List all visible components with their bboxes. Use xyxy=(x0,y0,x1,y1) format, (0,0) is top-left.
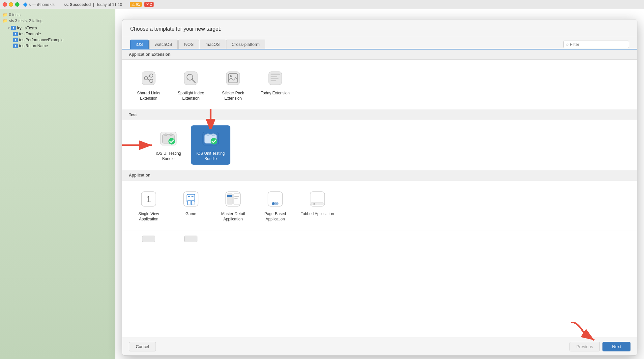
template-game[interactable]: Game xyxy=(171,186,211,225)
template-tabbed[interactable]: ★ ··· ··· Tabbed Application xyxy=(298,186,337,225)
sidebar-test-label: testPerformanceExample xyxy=(19,38,64,42)
template-icon-partial xyxy=(142,236,155,242)
template-partial-1[interactable] xyxy=(129,232,168,244)
template-label: Page-Based Application xyxy=(258,212,292,222)
sidebar-item-tests-0[interactable]: 📁 0 tests xyxy=(0,12,115,18)
dialog-content: Application Extension Shared Links xyxy=(122,49,637,338)
tab-tvos[interactable]: tvOS xyxy=(178,40,199,49)
template-partial-2[interactable] xyxy=(171,232,211,244)
template-ios-unit-testing[interactable]: iOS Unit Testing Bundle xyxy=(191,125,230,165)
svg-point-11 xyxy=(230,75,232,77)
template-label: Shared Links Extension xyxy=(132,91,166,101)
template-page-based[interactable]: Page-Based Application xyxy=(255,186,295,225)
maximize-button[interactable] xyxy=(15,2,19,7)
template-icon xyxy=(201,129,220,148)
svg-point-29 xyxy=(212,134,215,136)
t-icon: t xyxy=(11,26,16,30)
svg-rect-43 xyxy=(234,194,240,204)
svg-rect-14 xyxy=(271,76,277,77)
sidebar-label: 0 tests xyxy=(9,13,20,17)
main-area: Choose a template for your new target: i… xyxy=(115,9,644,359)
sidebar: 📁 0 tests 📁 sts 3 tests, 2 failing ▾ t k… xyxy=(0,9,115,359)
svg-point-50 xyxy=(276,202,278,205)
template-icon xyxy=(181,189,201,209)
template-sticker-pack[interactable]: Sticker Pack Extension xyxy=(213,65,253,104)
sidebar-item-test-1[interactable]: t testExample xyxy=(0,31,115,37)
svg-text:★: ★ xyxy=(313,203,315,205)
svg-point-28 xyxy=(206,134,210,136)
template-label: Sticker Pack Extension xyxy=(216,91,250,101)
more-templates-grid xyxy=(122,231,637,244)
template-spotlight[interactable]: Spotlight Index Extension xyxy=(171,65,211,104)
template-icon xyxy=(159,129,178,148)
template-label: Today Extension xyxy=(261,91,290,96)
test-grid: iOS UI Testing Bundle xyxy=(122,120,637,170)
template-shared-links[interactable]: Shared Links Extension xyxy=(129,65,168,104)
svg-rect-46 xyxy=(234,198,238,199)
section-header-application: Application xyxy=(122,170,637,180)
svg-text:···: ··· xyxy=(316,203,318,205)
template-label: Tabbed Application xyxy=(301,212,334,217)
sidebar-item-tests-1[interactable]: 📁 sts 3 tests, 2 failing xyxy=(0,18,115,24)
app-extension-grid: Shared Links Extension Spotlight Index E… xyxy=(122,60,637,110)
tab-watchos[interactable]: watchOS xyxy=(149,40,178,49)
red-arrow-down xyxy=(202,109,219,129)
template-ios-unit-testing-wrap: iOS Unit Testing Bundle xyxy=(191,125,230,165)
template-today-extension[interactable]: Today Extension xyxy=(255,65,295,104)
svg-rect-35 xyxy=(188,196,190,197)
template-icon xyxy=(223,189,243,209)
svg-rect-13 xyxy=(271,74,280,75)
sidebar-test-label: testExample xyxy=(19,32,41,36)
template-icon xyxy=(265,189,285,209)
filter-input[interactable] xyxy=(570,42,626,47)
template-ios-ui-testing[interactable]: iOS UI Testing Bundle xyxy=(149,125,188,165)
svg-rect-44 xyxy=(227,195,232,197)
close-button[interactable] xyxy=(3,2,7,7)
button-group: Previous Next xyxy=(570,342,630,351)
error-badge: ✕ 2 xyxy=(144,2,154,7)
template-icon-partial xyxy=(184,236,197,242)
svg-rect-16 xyxy=(271,80,276,81)
template-icon xyxy=(181,68,201,88)
sidebar-test-label: testReturnName xyxy=(19,44,48,48)
template-icon: 1 xyxy=(139,189,159,209)
sidebar-item-test-2[interactable]: t testPerformanceExample xyxy=(0,37,115,43)
sidebar-item-test-3[interactable]: t testReturnName xyxy=(0,43,115,49)
template-label: Single View Application xyxy=(132,212,166,222)
folder-icon: 📁 xyxy=(3,13,8,17)
sidebar-group-label: ky...sTests xyxy=(17,26,37,30)
template-label: iOS Unit Testing Bundle xyxy=(193,151,228,161)
svg-point-22 xyxy=(169,134,173,136)
section-header-app-extension: Application Extension xyxy=(122,49,637,60)
template-dialog: Choose a template for your new target: i… xyxy=(122,19,637,356)
section-header-test: Test xyxy=(122,110,637,120)
cancel-button[interactable]: Cancel xyxy=(129,342,156,351)
template-label: iOS UI Testing Bundle xyxy=(151,151,186,161)
tab-bar: iOS watchOS tvOS macOS Cross-platform ⌕ xyxy=(122,36,637,49)
sidebar-item-group[interactable]: ▾ t ky...sTests xyxy=(0,25,115,31)
template-single-view[interactable]: 1 Single View Application xyxy=(129,186,168,225)
tab-macos[interactable]: macOS xyxy=(200,40,225,49)
dialog-header: Choose a template for your new target: xyxy=(122,19,637,36)
folder-icon: 📁 xyxy=(3,18,8,23)
template-icon xyxy=(139,68,159,88)
template-icon xyxy=(265,68,285,88)
red-arrow-next xyxy=(571,322,604,345)
filter-input-wrap: ⌕ xyxy=(563,41,629,48)
tab-ios[interactable]: iOS xyxy=(130,40,149,49)
minimize-button[interactable] xyxy=(9,2,13,7)
next-button[interactable]: Next xyxy=(602,342,630,351)
svg-point-21 xyxy=(164,134,167,136)
svg-rect-15 xyxy=(271,78,278,79)
warning-badge: ⚠ 61 xyxy=(130,2,141,7)
template-master-detail[interactable]: Master-Detail Application xyxy=(213,186,253,225)
chevron-down-icon: ▾ xyxy=(8,26,10,30)
next-button-wrap: Next xyxy=(602,342,630,351)
dialog-footer: Cancel Previous Next xyxy=(122,338,637,355)
svg-text:1: 1 xyxy=(146,194,151,204)
dialog-title: Choose a template for your new target: xyxy=(130,26,629,32)
t-icon: t xyxy=(13,38,18,42)
template-icon xyxy=(223,68,243,88)
titlebar-title: 🔷 s — iPhone 6s xyxy=(23,2,54,7)
tab-crossplatform[interactable]: Cross-platform xyxy=(226,40,265,49)
